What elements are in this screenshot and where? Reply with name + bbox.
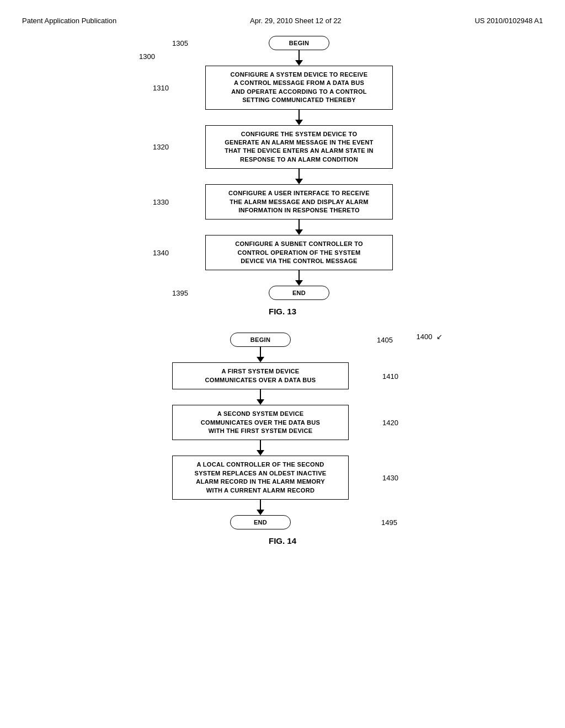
arrow-line-1: [299, 50, 300, 60]
fig14-box-1430: A LOCAL CONTROLLER OF THE SECOND SYSTEM …: [172, 456, 349, 500]
arrow-head-4: [295, 229, 303, 235]
fig13-caption: FIG. 13: [117, 307, 448, 316]
arrow-line-2: [299, 110, 300, 120]
fig14-step-1420-row: 1420 A SECOND SYSTEM DEVICE COMMUNICATES…: [117, 405, 404, 440]
fig14-arrow-head-3: [257, 450, 264, 456]
fig14-arrow-line-2: [260, 389, 261, 399]
fig14-label-1410: 1410: [382, 372, 398, 380]
fig13-begin-label: 1305: [172, 39, 188, 47]
fig13-box-1320: CONFIGURE THE SYSTEM DEVICE TO GENERATE …: [205, 125, 393, 169]
fig13-step-1330-row: 1330 CONFIGURE A USER INTERFACE TO RECEI…: [161, 184, 437, 220]
page: Patent Application Publication Apr. 29, …: [0, 0, 565, 728]
page-header: Patent Application Publication Apr. 29, …: [22, 11, 543, 36]
fig14-end-box: END: [230, 515, 291, 529]
arrow-head-2: [295, 120, 303, 125]
arrow-line-4: [299, 220, 300, 229]
fig13-box-1330: CONFIGURE A USER INTERFACE TO RECEIVE TH…: [205, 184, 393, 220]
fig14-box-1420: A SECOND SYSTEM DEVICE COMMUNICATES OVER…: [172, 405, 349, 440]
fig14-begin-row: 1405 BEGIN: [117, 333, 404, 347]
fig13-label-1310: 1310: [153, 83, 169, 92]
fig13-step-1310-row: 1310 CONFIGURE A SYSTEM DEVICE TO RECEIV…: [161, 66, 437, 110]
arrow-line-3: [299, 169, 300, 179]
fig14-label-1420: 1420: [382, 419, 398, 427]
fig13-end-row: 1395 END: [161, 286, 437, 300]
fig14-arrow-line-4: [260, 500, 261, 510]
fig14-step-1430-row: 1430 A LOCAL CONTROLLER OF THE SECOND SY…: [117, 456, 404, 500]
arrow-head-5: [295, 280, 303, 286]
fig13-label-1340: 1340: [153, 249, 169, 257]
fig14-label-1430: 1430: [382, 474, 398, 482]
fig14-arrow-line-1: [260, 347, 261, 357]
fig13-begin-box: BEGIN: [269, 36, 329, 50]
fig14-begin-label: 1405: [377, 336, 393, 344]
arrow-head-3: [295, 179, 303, 184]
fig13-end-box: END: [269, 286, 329, 300]
fig13-begin-row: 1305 BEGIN: [161, 36, 437, 50]
header-left: Patent Application Publication: [22, 17, 116, 25]
fig13-label-1320: 1320: [153, 143, 169, 151]
header-center: Apr. 29, 2010 Sheet 12 of 22: [250, 17, 342, 25]
fig14-caption: FIG. 14: [117, 536, 448, 545]
fig14-outer-label: 1400 ↙: [416, 333, 443, 341]
fig14-end-label: 1495: [381, 518, 397, 526]
fig14-step-1410-row: 1410 A FIRST SYSTEM DEVICE COMMUNICATES …: [117, 362, 404, 389]
fig14-arrow-head-1: [257, 357, 264, 362]
fig14-arrow-line-3: [260, 440, 261, 450]
fig13-step-1320-row: 1320 CONFIGURE THE SYSTEM DEVICE TO GENE…: [161, 125, 437, 169]
arrow-line-5: [299, 270, 300, 280]
fig13-outer-label: 1300: [139, 52, 155, 61]
fig14-arrow-head-2: [257, 399, 264, 405]
fig13-label-1330: 1330: [153, 198, 169, 206]
fig13-step-1340-row: 1340 CONFIGURE A SUBNET CONTROLLER TO CO…: [161, 235, 437, 270]
fig14-box-1410: A FIRST SYSTEM DEVICE COMMUNICATES OVER …: [172, 362, 349, 389]
fig14-arrow-head-4: [257, 510, 264, 515]
fig13-container: 1300 1305 BEGIN 1310 CONFIGURE A SYSTEM …: [117, 36, 448, 316]
fig13-box-1310: CONFIGURE A SYSTEM DEVICE TO RECEIVE A C…: [205, 66, 393, 110]
fig13-box-1340: CONFIGURE A SUBNET CONTROLLER TO CONTROL…: [205, 235, 393, 270]
header-right: US 2010/0102948 A1: [475, 17, 543, 25]
fig14-begin-box: BEGIN: [230, 333, 291, 347]
fig13-end-label: 1395: [172, 289, 188, 297]
fig14-end-row: 1495 END: [117, 515, 404, 529]
arrow-head-1: [295, 60, 303, 66]
fig14-container: 1400 ↙ 1405 BEGIN 1410 A FIRST SYSTEM DE…: [117, 333, 448, 545]
